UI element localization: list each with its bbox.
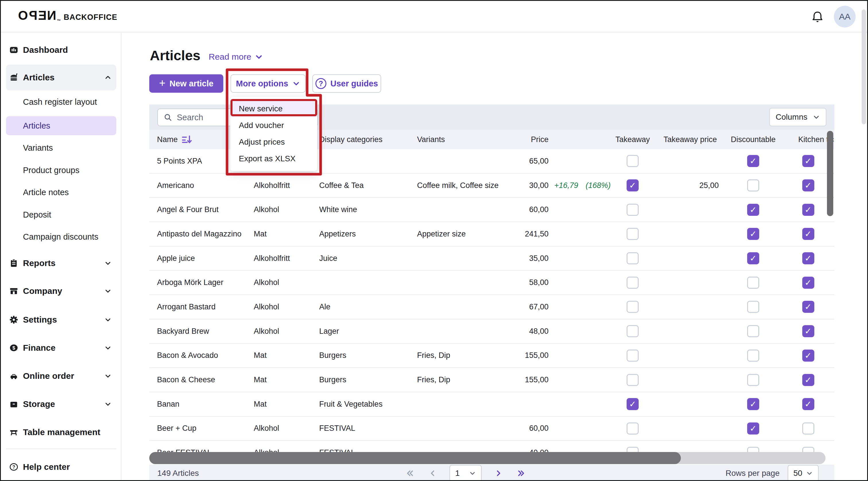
- column-header-kitchen-ticket[interactable]: Kitchen ticket: [782, 135, 834, 144]
- table-row[interactable]: Antipasto del Magazzino Mat Appetizers A…: [149, 222, 834, 247]
- column-header-display-categories[interactable]: Display categories: [319, 135, 417, 144]
- columns-button[interactable]: Columns: [769, 108, 826, 126]
- takeaway-checkbox[interactable]: [627, 204, 639, 216]
- cell-price: 58,00: [512, 278, 554, 287]
- menu-item-new-service[interactable]: New service: [230, 100, 317, 117]
- cell-product-group: Alkohol: [254, 278, 319, 287]
- discountable-checkbox[interactable]: [747, 155, 759, 167]
- horizontal-scrollbar-track[interactable]: [149, 452, 826, 464]
- new-article-button[interactable]: + New article: [149, 74, 223, 93]
- kitchen-ticket-checkbox[interactable]: [802, 228, 814, 240]
- sidebar-subitem-articles[interactable]: Articles: [6, 116, 116, 135]
- kitchen-ticket-checkbox[interactable]: [802, 398, 814, 410]
- kitchen-ticket-checkbox[interactable]: [802, 204, 814, 216]
- menu-item-export-xlsx[interactable]: Export as XLSX: [230, 150, 317, 167]
- takeaway-checkbox[interactable]: [627, 398, 639, 410]
- sidebar-item-settings[interactable]: Settings: [1, 311, 121, 329]
- sidebar-item-dashboard[interactable]: Dashboard: [1, 41, 121, 59]
- discountable-checkbox[interactable]: [747, 374, 759, 386]
- takeaway-checkbox[interactable]: [627, 252, 639, 264]
- kitchen-ticket-checkbox[interactable]: [802, 252, 814, 264]
- sidebar-subitem-variants[interactable]: Variants: [6, 138, 116, 157]
- kitchen-ticket-checkbox[interactable]: [802, 325, 814, 337]
- takeaway-checkbox[interactable]: [627, 301, 639, 313]
- user-guides-button[interactable]: ? User guides: [312, 74, 381, 93]
- menu-item-add-voucher[interactable]: Add voucher: [230, 117, 317, 134]
- vertical-scrollbar-thumb[interactable]: [827, 131, 833, 216]
- kitchen-ticket-checkbox[interactable]: [802, 422, 814, 435]
- notifications-bell-icon[interactable]: [811, 10, 824, 23]
- sidebar-subitem-campaign-discounts[interactable]: Campaign discounts: [6, 227, 116, 246]
- gear-icon: [9, 315, 19, 325]
- discountable-checkbox[interactable]: [747, 252, 759, 264]
- chevron-down-icon: [292, 79, 300, 88]
- discountable-checkbox[interactable]: [747, 228, 759, 240]
- next-page-button[interactable]: [493, 468, 504, 479]
- user-avatar[interactable]: AA: [834, 6, 856, 28]
- horizontal-scrollbar-thumb[interactable]: [149, 452, 681, 464]
- first-page-button[interactable]: [405, 468, 416, 479]
- discountable-checkbox[interactable]: [747, 350, 759, 362]
- cell-product-group: Alkohol: [254, 327, 319, 336]
- read-more-link[interactable]: Read more: [209, 52, 263, 62]
- takeaway-checkbox[interactable]: [627, 277, 639, 289]
- table-row[interactable]: Banan Mat Fruit & Vegetables: [149, 392, 834, 417]
- sidebar-item-company[interactable]: Company: [1, 282, 121, 300]
- previous-page-button[interactable]: [427, 468, 439, 479]
- takeaway-checkbox[interactable]: [627, 422, 639, 435]
- page-select[interactable]: 1: [450, 465, 482, 481]
- takeaway-checkbox[interactable]: [627, 374, 639, 386]
- table-row[interactable]: Backyard Brew Alkohol Lager 48,00: [149, 319, 834, 344]
- takeaway-checkbox[interactable]: [627, 350, 639, 362]
- discountable-checkbox[interactable]: [747, 277, 759, 289]
- kitchen-ticket-checkbox[interactable]: [802, 374, 814, 386]
- table-row[interactable]: Arrogant Bastard Alkohol Ale 67,00: [149, 295, 834, 319]
- kitchen-ticket-checkbox[interactable]: [802, 155, 814, 167]
- table-row[interactable]: Apple juice Alkoholfritt Juice 35,00: [149, 247, 834, 271]
- discountable-checkbox[interactable]: [747, 422, 759, 435]
- page-scrollbar-thumb[interactable]: [862, 9, 866, 124]
- sidebar-item-online-order[interactable]: Online order: [1, 367, 121, 385]
- column-header-price[interactable]: Price: [512, 135, 554, 144]
- discountable-checkbox[interactable]: [747, 180, 759, 191]
- column-header-takeaway-price[interactable]: Takeaway price: [656, 135, 724, 144]
- discountable-checkbox[interactable]: [747, 325, 759, 337]
- chevron-down-icon: [104, 372, 112, 380]
- sidebar-subitem-article-notes[interactable]: Article notes: [6, 183, 116, 202]
- column-header-variants[interactable]: Variants: [417, 135, 512, 144]
- kitchen-ticket-checkbox[interactable]: [802, 180, 814, 191]
- sidebar-subitem-product-groups[interactable]: Product groups: [6, 161, 116, 180]
- discountable-checkbox[interactable]: [747, 301, 759, 313]
- table-row[interactable]: Angel & Four Brut Alkohol White wine 60,…: [149, 198, 834, 222]
- takeaway-checkbox[interactable]: [627, 155, 639, 167]
- table-row[interactable]: Americano Alkoholfritt Coffee & Tea Coff…: [149, 173, 834, 198]
- table-row[interactable]: Beer + Cup Alkohol FESTIVAL 60,00: [149, 417, 834, 441]
- sidebar-item-reports[interactable]: Reports: [1, 254, 121, 272]
- table-row[interactable]: Bacon & Avocado Mat Burgers Fries, Dip 1…: [149, 344, 834, 368]
- takeaway-checkbox[interactable]: [627, 228, 639, 240]
- cell-price: 60,00: [512, 424, 554, 433]
- rows-per-page-select[interactable]: 50: [787, 465, 818, 481]
- kitchen-ticket-checkbox[interactable]: [802, 350, 814, 362]
- kitchen-ticket-checkbox[interactable]: [802, 277, 814, 289]
- sidebar-item-table-management[interactable]: Table management: [1, 423, 121, 441]
- sidebar-item-articles[interactable]: Articles: [1, 69, 121, 86]
- sidebar-item-help-center[interactable]: ? Help center: [1, 458, 121, 476]
- kitchen-ticket-checkbox[interactable]: [802, 301, 814, 313]
- sidebar-subitem-cash-register-layout[interactable]: Cash register layout: [6, 92, 116, 111]
- sidebar-subitem-deposit[interactable]: Deposit: [6, 205, 116, 224]
- sidebar-item-finance[interactable]: $ Finance: [1, 339, 121, 357]
- last-page-button[interactable]: [515, 468, 526, 479]
- cell-name: Banan: [149, 400, 254, 409]
- table-row[interactable]: Arboga Mörk Lager Alkohol 58,00: [149, 270, 834, 295]
- discountable-checkbox[interactable]: [747, 398, 759, 410]
- table-row[interactable]: Bacon & Cheese Mat Burgers Fries, Dip 15…: [149, 368, 834, 392]
- sidebar-item-storage[interactable]: Storage: [1, 395, 121, 413]
- column-header-takeaway[interactable]: Takeaway: [609, 135, 656, 144]
- discountable-checkbox[interactable]: [747, 204, 759, 216]
- takeaway-checkbox[interactable]: [627, 325, 639, 337]
- menu-item-adjust-prices[interactable]: Adjust prices: [230, 134, 317, 150]
- column-header-discountable[interactable]: Discountable: [724, 135, 782, 144]
- more-options-button[interactable]: More options: [230, 74, 306, 93]
- takeaway-checkbox[interactable]: [627, 180, 639, 191]
